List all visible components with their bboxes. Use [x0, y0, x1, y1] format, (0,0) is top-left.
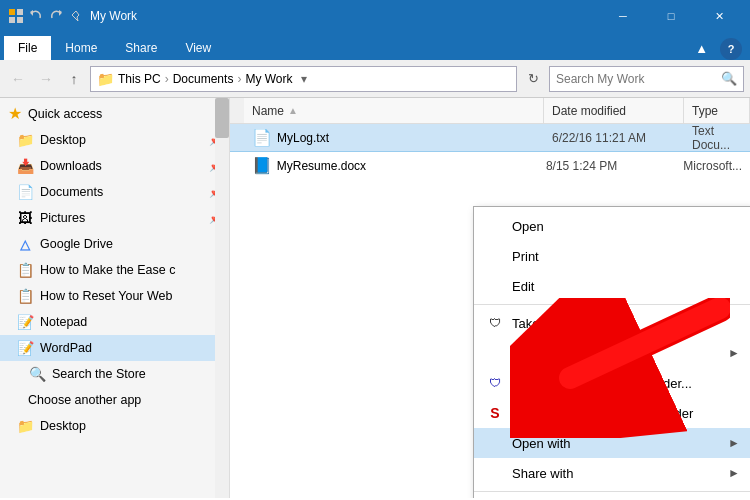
ctx-edit-icon [486, 277, 504, 295]
sidebar-item-googledrive[interactable]: △ Google Drive [0, 231, 229, 257]
ribbon-tabs: File Home Share View ▲ ? [0, 32, 750, 60]
sidebar-item-howto-reset[interactable]: 📋 How to Reset Your Web [0, 283, 229, 309]
tab-share[interactable]: Share [111, 36, 171, 60]
ctx-share-with-label: Share with [512, 466, 720, 481]
file-name-myresume: 📘 MyResume.docx [244, 156, 538, 175]
quick-access-star-icon: ★ [8, 104, 22, 123]
tab-file[interactable]: File [4, 36, 51, 60]
address-this-pc: This PC [118, 72, 161, 86]
help-button[interactable]: ? [720, 38, 742, 60]
ctx-open-with-arrow-icon: ► [728, 436, 740, 450]
title-bar-icons [8, 8, 84, 24]
address-dropdown-icon[interactable]: ▾ [297, 72, 311, 86]
tab-view[interactable]: View [171, 36, 225, 60]
folder-icon: 📁 [97, 71, 114, 87]
ctx-foxit[interactable]: S Convert to PDF in Foxit Reader [474, 398, 750, 428]
sidebar-item-desktop2[interactable]: 📁 Desktop [0, 413, 229, 439]
svg-marker-4 [30, 10, 33, 16]
sidebar-item-howto-ease[interactable]: 📋 How to Make the Ease c [0, 257, 229, 283]
ctx-separator-1 [474, 304, 750, 305]
refresh-button[interactable]: ↻ [521, 67, 545, 91]
sidebar-item-notepad[interactable]: 📝 Notepad [0, 309, 229, 335]
maximize-button[interactable]: □ [648, 0, 694, 32]
googledrive-icon: △ [16, 235, 34, 253]
col-header-name[interactable]: Name ▲ [244, 98, 544, 123]
svg-marker-5 [59, 10, 62, 16]
col-header-date[interactable]: Date modified [544, 98, 684, 123]
sidebar: ★ Quick access 📁 Desktop 📌 📥 Downloads 📌… [0, 98, 230, 498]
sidebar-item-wordpad[interactable]: 📝 WordPad [0, 335, 229, 361]
sidebar-item-pictures[interactable]: 🖼 Pictures 📌 [0, 205, 229, 231]
window-controls: ─ □ ✕ [600, 0, 742, 32]
sidebar-item-choose-app[interactable]: Choose another app [0, 387, 229, 413]
search-input[interactable] [556, 72, 721, 86]
title-bar: My Work ─ □ ✕ [0, 0, 750, 32]
sidebar-item-label: Notepad [40, 315, 221, 329]
sidebar-item-label: How to Make the Ease c [40, 263, 221, 277]
undo-icon[interactable] [28, 8, 44, 24]
forward-button[interactable]: → [34, 67, 58, 91]
file-name-mylog: 📄 MyLog.txt [244, 128, 544, 147]
ctx-print[interactable]: Print [474, 241, 750, 271]
ctx-open-with[interactable]: Open with ► [474, 428, 750, 458]
ctx-open-with-label: Open with [512, 436, 720, 451]
ribbon-collapse-button[interactable]: ▲ [687, 37, 716, 60]
ctx-open-with-icon [486, 434, 504, 452]
desktop2-icon: 📁 [16, 417, 34, 435]
sidebar-item-label: How to Reset Your Web [40, 289, 221, 303]
pin-icon[interactable] [68, 8, 84, 24]
ctx-scan[interactable]: 🛡 Scan with Windows Defender... [474, 368, 750, 398]
file-type-mylog: Text Docu... [684, 124, 750, 152]
file-row-myresume[interactable]: 📘 MyResume.docx 8/15 1:24 PM Microsoft..… [230, 152, 750, 180]
minimize-button[interactable]: ─ [600, 0, 646, 32]
toolbar: ← → ↑ 📁 This PC › Documents › My Work ▾ … [0, 60, 750, 98]
svg-rect-2 [9, 17, 15, 23]
sidebar-item-label: Google Drive [40, 237, 221, 251]
documents-icon: 📄 [16, 183, 34, 201]
sidebar-item-label: Desktop [40, 419, 221, 433]
sidebar-item-downloads[interactable]: 📥 Downloads 📌 [0, 153, 229, 179]
file-row-mylog[interactable]: 📄 MyLog.txt 6/22/16 11:21 AM Text Docu..… [230, 124, 750, 152]
file-icon: 📋 [16, 261, 34, 279]
col-header-type[interactable]: Type [684, 98, 750, 123]
ctx-7zip[interactable]: 7-Zip ► [474, 338, 750, 368]
context-menu: Open Print Edit 🛡 Take Ownership 7-Zip ► [473, 206, 750, 498]
docx-file-icon: 📘 [252, 156, 272, 175]
ctx-edit[interactable]: Edit [474, 271, 750, 301]
quick-access-header[interactable]: ★ Quick access [0, 98, 229, 127]
sidebar-item-label: WordPad [40, 341, 221, 355]
search-icon[interactable]: 🔍 [721, 71, 737, 86]
sidebar-item-desktop[interactable]: 📁 Desktop 📌 [0, 127, 229, 153]
search-box[interactable]: 🔍 [549, 66, 744, 92]
file-area: Name ▲ Date modified Type 📄 MyLog.txt 6/… [230, 98, 750, 498]
ctx-open[interactable]: Open [474, 211, 750, 241]
scrollbar-thumb[interactable] [215, 98, 229, 138]
ctx-edit-label: Edit [512, 279, 740, 294]
file-date-myresume: 8/15 1:24 PM [538, 159, 675, 173]
ctx-take-ownership[interactable]: 🛡 Take Ownership [474, 308, 750, 338]
svg-rect-1 [17, 9, 23, 15]
ctx-take-ownership-label: Take Ownership [512, 316, 740, 331]
notepad-icon: 📝 [16, 313, 34, 331]
ctx-soda[interactable]: S Soda PDF 8 ► [474, 495, 750, 498]
scrollbar-track[interactable] [215, 98, 229, 498]
sidebar-item-label: Search the Store [52, 367, 221, 381]
redo-icon[interactable] [48, 8, 64, 24]
search-store-icon: 🔍 [28, 365, 46, 383]
sidebar-item-label: Desktop [40, 133, 203, 147]
sidebar-item-label: Choose another app [28, 393, 221, 407]
wordpad-icon: 📝 [16, 339, 34, 357]
quick-access-label: Quick access [28, 107, 102, 121]
address-bar[interactable]: 📁 This PC › Documents › My Work ▾ [90, 66, 517, 92]
ctx-print-icon [486, 247, 504, 265]
sidebar-item-documents[interactable]: 📄 Documents 📌 [0, 179, 229, 205]
ctx-share-with-icon [486, 464, 504, 482]
tab-home[interactable]: Home [51, 36, 111, 60]
back-button[interactable]: ← [6, 67, 30, 91]
close-button[interactable]: ✕ [696, 0, 742, 32]
up-button[interactable]: ↑ [62, 67, 86, 91]
ctx-foxit-icon: S [486, 404, 504, 422]
ctx-share-with[interactable]: Share with ► [474, 458, 750, 488]
sidebar-item-search-store[interactable]: 🔍 Search the Store [0, 361, 229, 387]
desktop-icon: 📁 [16, 131, 34, 149]
